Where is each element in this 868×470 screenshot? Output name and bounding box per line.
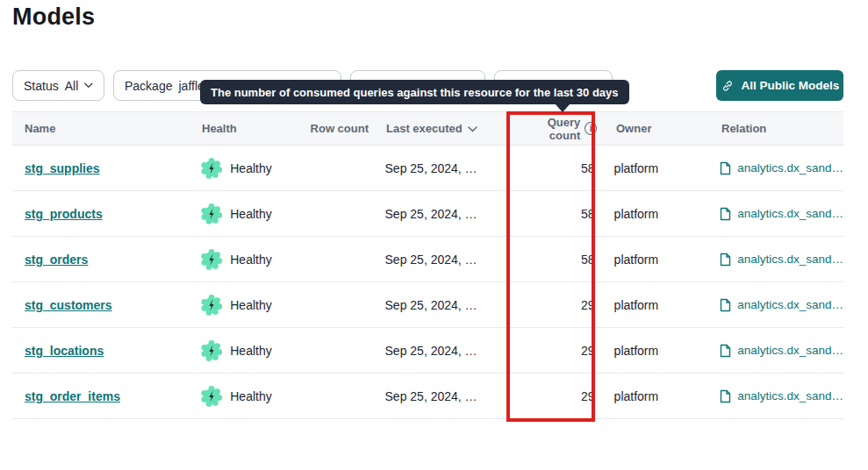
document-icon [719, 389, 732, 403]
table-row: stg_locations Healthy Sep 25, 2024, … 29… [12, 328, 843, 374]
document-icon [719, 207, 732, 221]
model-name-link[interactable]: stg_locations [25, 344, 104, 358]
document-icon [719, 253, 732, 267]
query-count-cell: 29 [518, 298, 606, 312]
models-table: Name Health Row count Last executed Quer… [12, 111, 843, 419]
model-name-link[interactable]: stg_customers [25, 298, 112, 312]
last-executed-label: Last executed [386, 122, 463, 135]
info-icon[interactable]: i [585, 122, 597, 135]
relation-link[interactable]: analytics.dx_sand… [737, 161, 843, 174]
all-public-models-label: All Public Models [742, 79, 840, 92]
package-filter-label: Package [125, 79, 172, 93]
column-header-last-executed[interactable]: Last executed [369, 122, 520, 135]
table-row: stg_order_items Healthy Sep 25, 2024, … … [12, 374, 843, 419]
relation-link[interactable]: analytics.dx_sand… [737, 389, 843, 402]
health-status-icon [201, 386, 222, 407]
health-status-label: Healthy [230, 389, 271, 403]
column-header-relation: Relation [721, 122, 843, 135]
last-executed-cell: Sep 25, 2024, … [368, 253, 518, 267]
relation-link[interactable]: analytics.dx_sand… [737, 253, 843, 266]
owner-cell: platform [606, 161, 720, 175]
health-status-label: Healthy [230, 253, 271, 267]
tooltip-arrow [555, 103, 570, 112]
sort-chevron-down-icon[interactable] [468, 126, 477, 132]
document-icon [719, 161, 732, 175]
column-header-health: Health [202, 122, 307, 135]
query-count-cell: 29 [518, 344, 606, 358]
column-header-row-count: Row count [307, 122, 369, 135]
link-icon [721, 79, 735, 93]
table-body: stg_supplies Healthy Sep 25, 2024, … 58 … [12, 146, 843, 419]
document-icon [719, 298, 732, 312]
document-icon [719, 344, 732, 358]
table-row: stg_customers Healthy Sep 25, 2024, … 29… [12, 282, 843, 328]
last-executed-cell: Sep 25, 2024, … [368, 207, 518, 221]
health-status-icon [201, 203, 222, 224]
models-page: Models Status All Package jaffle_ All Pu… [0, 0, 868, 470]
last-executed-cell: Sep 25, 2024, … [368, 161, 518, 175]
query-count-cell: 29 [518, 389, 606, 403]
owner-cell: platform [606, 344, 720, 358]
query-count-cell: 58 [518, 161, 606, 175]
query-count-label: Query count [520, 116, 580, 142]
query-count-cell: 58 [518, 253, 606, 267]
relation-link[interactable]: analytics.dx_sand… [737, 298, 843, 311]
chevron-down-icon [84, 82, 93, 89]
model-name-link[interactable]: stg_products [25, 207, 103, 221]
last-executed-cell: Sep 25, 2024, … [368, 389, 518, 403]
owner-cell: platform [606, 298, 720, 312]
health-status-label: Healthy [230, 207, 271, 221]
all-public-models-button[interactable]: All Public Models [716, 70, 843, 101]
relation-link[interactable]: analytics.dx_sand… [737, 344, 843, 357]
column-header-name: Name [12, 122, 202, 135]
health-status-icon [201, 295, 222, 316]
model-name-link[interactable]: stg_supplies [25, 161, 100, 175]
health-status-icon [201, 249, 222, 270]
owner-cell: platform [606, 253, 720, 267]
health-status-icon [201, 340, 222, 361]
health-status-label: Healthy [230, 161, 271, 175]
query-count-cell: 58 [518, 207, 606, 221]
status-filter-value: All [65, 79, 79, 93]
owner-cell: platform [606, 207, 720, 221]
model-name-link[interactable]: stg_orders [25, 253, 88, 267]
owner-cell: platform [606, 389, 720, 403]
health-status-icon [201, 158, 222, 179]
relation-link[interactable]: analytics.dx_sand… [737, 207, 843, 220]
tooltip: The number of consumed queries against t… [200, 80, 629, 104]
status-filter[interactable]: Status All [12, 70, 104, 101]
table-row: stg_orders Healthy Sep 25, 2024, … 58 pl… [12, 237, 843, 282]
table-header-row: Name Health Row count Last executed Quer… [12, 111, 843, 146]
status-filter-label: Status [24, 79, 59, 93]
table-row: stg_supplies Healthy Sep 25, 2024, … 58 … [12, 146, 843, 191]
last-executed-cell: Sep 25, 2024, … [368, 298, 518, 312]
last-executed-cell: Sep 25, 2024, … [368, 344, 518, 358]
column-header-owner: Owner [607, 122, 721, 135]
health-status-label: Healthy [230, 298, 271, 312]
page-title: Models [12, 4, 95, 31]
table-row: stg_products Healthy Sep 25, 2024, … 58 … [12, 191, 843, 237]
health-status-label: Healthy [230, 344, 271, 358]
model-name-link[interactable]: stg_order_items [25, 389, 120, 403]
column-header-query-count: Query count i [520, 116, 607, 142]
